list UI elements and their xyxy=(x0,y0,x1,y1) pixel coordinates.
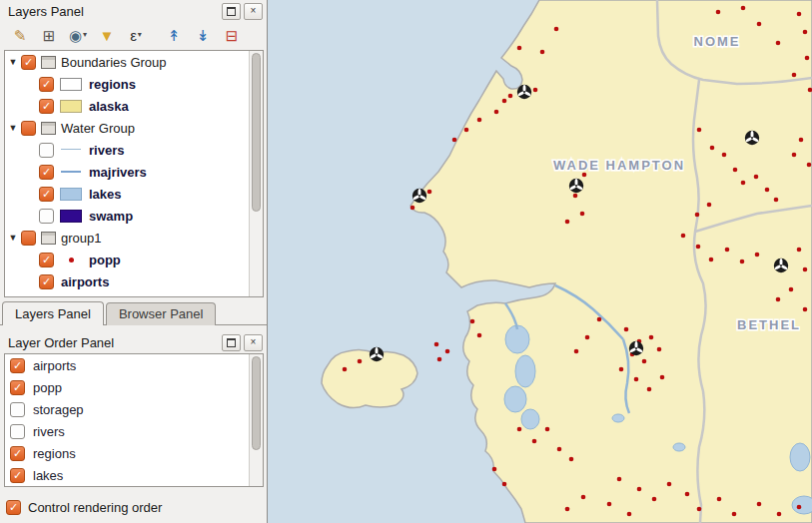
expand-all-button[interactable]: ↟ xyxy=(160,23,188,47)
tab-browser-panel[interactable]: Browser Panel xyxy=(106,302,217,325)
layers-panel-toolbar: ✎⊞◉▾▼ε▾↟↡⊟ xyxy=(2,22,265,48)
layer-checkbox[interactable]: ✓ xyxy=(39,187,54,202)
popp-point xyxy=(741,181,746,186)
popp-point xyxy=(508,94,513,99)
scrollbar-thumb[interactable] xyxy=(252,356,261,450)
group-row[interactable]: ▼Water Group xyxy=(5,117,263,139)
order-item-checkbox[interactable]: ✓ xyxy=(10,468,25,483)
layer-row[interactable]: ✓regions xyxy=(5,73,263,95)
layers-panel-close-button[interactable]: × xyxy=(244,3,263,20)
close-icon: × xyxy=(251,337,257,347)
layer-row[interactable]: ✓popp xyxy=(5,249,263,270)
left-dock: Layers Panel × ✎⊞◉▾▼ε▾↟↡⊟ ▼✓Boundaries G… xyxy=(0,0,268,523)
group-checkbox[interactable] xyxy=(21,121,36,136)
layer-tree-scrollbar[interactable] xyxy=(249,51,263,296)
layer-order-close-button[interactable]: × xyxy=(244,334,263,351)
group-checkbox[interactable] xyxy=(21,231,36,246)
layer-row[interactable]: rivers xyxy=(5,139,263,161)
layer-row[interactable]: ✓lakes xyxy=(5,183,263,205)
popp-point xyxy=(573,194,578,199)
layer-checkbox[interactable]: ✓ xyxy=(39,253,54,267)
popp-point xyxy=(754,175,759,180)
order-item-checkbox[interactable] xyxy=(10,424,25,439)
popp-point xyxy=(647,387,652,392)
popp-point xyxy=(697,507,702,512)
popp-point xyxy=(776,41,781,46)
order-item-label: rivers xyxy=(33,424,65,439)
control-rendering-order-label: Control rendering order xyxy=(28,500,162,515)
order-list-item[interactable]: ✓regions xyxy=(5,442,263,464)
layer-row[interactable]: swamp xyxy=(5,205,263,227)
order-item-checkbox[interactable]: ✓ xyxy=(10,358,25,373)
airport-symbol xyxy=(745,131,759,145)
popp-point xyxy=(803,30,808,35)
popp-point xyxy=(619,367,624,372)
popp-point xyxy=(574,349,579,354)
layer-row[interactable]: ✓alaska xyxy=(5,95,263,117)
layer-styling-button[interactable]: ✎ xyxy=(6,23,34,47)
layer-row[interactable]: ✓airports xyxy=(5,270,263,292)
popp-point xyxy=(581,495,586,500)
order-item-checkbox[interactable]: ✓ xyxy=(10,446,25,461)
layer-row[interactable]: ✓majrivers xyxy=(5,161,263,183)
layer-symbol-swatch xyxy=(60,100,82,113)
layer-checkbox[interactable]: ✓ xyxy=(39,99,54,114)
popp-point xyxy=(685,492,690,497)
control-rendering-order-checkbox[interactable]: ✓ xyxy=(6,500,21,515)
layer-checkbox[interactable]: ✓ xyxy=(39,77,54,92)
airport-symbol xyxy=(774,259,788,272)
point-symbol xyxy=(69,258,74,262)
layers-panel-undock-button[interactable] xyxy=(222,3,241,20)
map-themes-button[interactable]: ◉▾ xyxy=(64,23,92,47)
order-list-item[interactable]: storagep xyxy=(5,398,263,420)
popp-point xyxy=(427,190,432,195)
order-list-item[interactable]: ✓lakes xyxy=(5,464,263,486)
layer-checkbox[interactable]: ✓ xyxy=(39,274,54,289)
layer-label: swamp xyxy=(89,209,133,224)
layer-checkbox[interactable] xyxy=(39,143,54,158)
map-canvas[interactable]: NOMEWADE HAMPTONBETHEL xyxy=(268,0,812,523)
add-group-button[interactable]: ⊞ xyxy=(35,23,63,47)
expression-filter-button[interactable]: ε▾ xyxy=(122,23,150,47)
scrollbar-thumb[interactable] xyxy=(252,53,261,212)
group-checkbox[interactable]: ✓ xyxy=(21,55,36,70)
popp-point xyxy=(707,203,712,208)
group-icon xyxy=(41,122,56,135)
collapse-all-button[interactable]: ↡ xyxy=(189,23,217,47)
order-list-item[interactable]: rivers xyxy=(5,420,263,442)
popp-point xyxy=(717,497,722,502)
layer-checkbox[interactable]: ✓ xyxy=(39,165,54,180)
popp-point xyxy=(733,168,738,173)
popp-point xyxy=(634,377,639,382)
popp-point xyxy=(803,307,808,312)
popp-point xyxy=(649,335,654,340)
layer-label: airports xyxy=(61,274,109,289)
order-item-label: regions xyxy=(33,446,76,461)
layer-label: majrivers xyxy=(89,165,147,180)
layer-order-undock-button[interactable] xyxy=(222,334,241,351)
order-list-item[interactable]: ✓popp xyxy=(5,376,263,398)
order-list-item[interactable]: ✓airports xyxy=(5,354,263,376)
layer-order-scrollbar[interactable] xyxy=(249,354,263,486)
filter-legend-icon: ▼ xyxy=(100,28,115,43)
expand-arrow-icon[interactable]: ▼ xyxy=(5,233,21,243)
popp-point xyxy=(637,487,642,492)
group-row[interactable]: ▼✓Boundaries Group xyxy=(5,51,263,73)
layer-checkbox[interactable] xyxy=(39,209,54,224)
remove-layer-button[interactable]: ⊟ xyxy=(218,23,246,47)
expand-arrow-icon[interactable]: ▼ xyxy=(5,123,21,133)
popp-point xyxy=(358,359,363,364)
popp-point xyxy=(722,153,727,158)
group-row[interactable]: ▼group1 xyxy=(5,227,263,249)
filter-legend-button[interactable]: ▼ xyxy=(93,23,121,47)
expand-all-icon: ↟ xyxy=(168,28,181,43)
order-item-checkbox[interactable]: ✓ xyxy=(10,380,25,395)
order-item-checkbox[interactable] xyxy=(10,402,25,417)
expand-arrow-icon[interactable]: ▼ xyxy=(5,57,21,67)
popp-point xyxy=(755,253,760,258)
popp-point xyxy=(797,505,802,510)
popp-point xyxy=(805,56,810,61)
tab-layers-panel[interactable]: Layers Panel xyxy=(2,301,104,325)
popp-point xyxy=(716,10,721,15)
order-item-label: lakes xyxy=(33,468,63,483)
